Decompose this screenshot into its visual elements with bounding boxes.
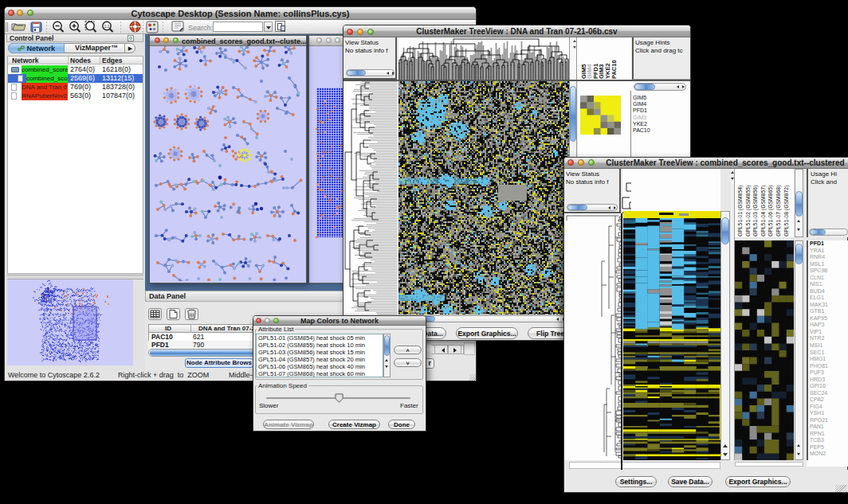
svg-text:1:1: 1:1 [104,24,110,29]
svg-text:GPL51-03 (GSM856): GPL51-03 (GSM856) [752,186,759,236]
svg-text:GPL51-01 (GSM854): GPL51-01 (GSM854) [737,186,744,236]
svg-text:PAC10: PAC10 [610,60,618,79]
svg-text:GPL51-06 (GSM865): GPL51-06 (GSM865) [768,186,774,236]
svg-text:GPL51-07 (GSM868): GPL51-07 (GSM868) [775,186,782,236]
svg-text:GPL51-02 (GSM855): GPL51-02 (GSM855) [745,186,752,236]
svg-text:Search:: Search: [188,24,213,32]
svg-text:GPL51-08 (GSM872): GPL51-08 (GSM872) [783,186,790,236]
svg-text:GPL51-04 (GSM857): GPL51-04 (GSM857) [760,186,767,236]
